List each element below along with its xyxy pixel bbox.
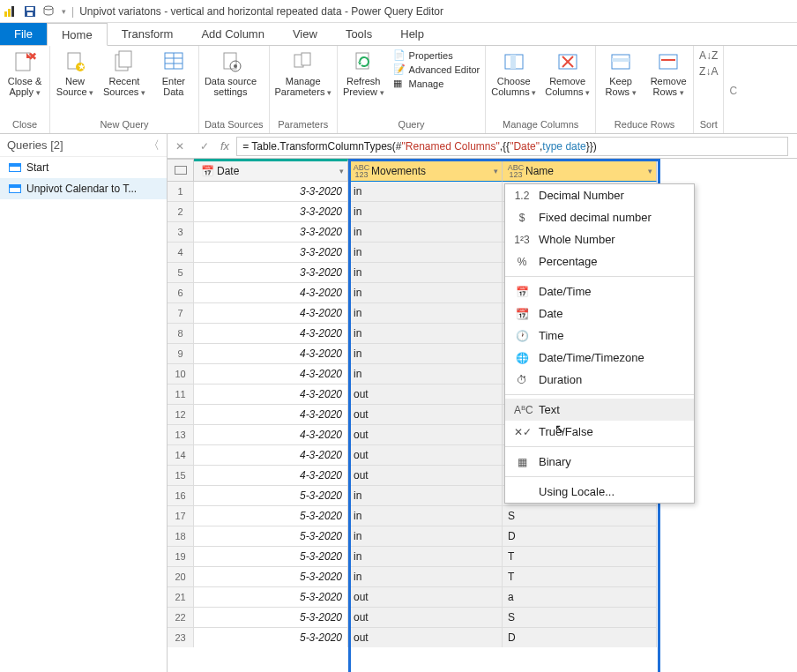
cell-date[interactable]: 5-3-2020 <box>194 587 348 608</box>
cell-movements[interactable]: in <box>348 222 503 243</box>
cell-date[interactable]: 4-3-2020 <box>194 364 348 385</box>
table-row[interactable]: 175-3-2020inS <box>168 506 797 526</box>
row-number[interactable]: 2 <box>168 202 194 222</box>
row-number[interactable]: 1 <box>168 182 194 202</box>
column-header-name[interactable]: ABC 123 Name ▾ <box>503 159 657 182</box>
cell-movements[interactable]: in <box>348 182 503 202</box>
table-row[interactable]: 94-3-2020in <box>168 344 797 364</box>
cell-movements[interactable]: in <box>348 303 503 324</box>
abc123-type-icon[interactable]: ABC 123 <box>506 164 525 178</box>
cell-date[interactable]: 4-3-2020 <box>194 283 348 303</box>
query-icon[interactable] <box>42 4 56 19</box>
cell-movements[interactable]: out <box>348 587 503 608</box>
type-menu-item[interactable]: 📅Date/Time <box>505 280 694 302</box>
table-row[interactable]: 43-3-2020in <box>168 243 797 263</box>
cell-date[interactable]: 5-3-2020 <box>194 628 348 647</box>
row-number[interactable]: 10 <box>168 364 194 385</box>
choose-columns-button[interactable]: Choose Columns <box>491 49 536 119</box>
cell-movements[interactable]: out <box>348 425 503 445</box>
save-icon[interactable] <box>23 4 37 19</box>
cell-date[interactable]: 4-3-2020 <box>194 385 348 405</box>
row-number[interactable]: 23 <box>168 628 194 647</box>
row-number[interactable]: 9 <box>168 344 194 364</box>
row-number[interactable]: 20 <box>168 567 194 587</box>
tab-help[interactable]: Help <box>386 23 438 45</box>
cell-movements[interactable]: in <box>348 547 503 567</box>
type-menu-item[interactable]: 📆Date <box>505 302 694 325</box>
cell-movements[interactable]: in <box>348 486 503 506</box>
type-menu-item[interactable]: Using Locale... <box>505 481 694 503</box>
row-number[interactable]: 13 <box>168 425 194 445</box>
table-row[interactable]: 53-3-2020in <box>168 263 797 283</box>
tab-view[interactable]: View <box>279 23 331 45</box>
query-item[interactable]: Unpivot Calendar to T... <box>0 178 167 199</box>
table-row[interactable]: 64-3-2020in <box>168 283 797 303</box>
cell-name[interactable]: D <box>503 526 657 547</box>
cell-date[interactable]: 4-3-2020 <box>194 405 348 425</box>
caret-down-icon[interactable]: ▾ <box>62 7 66 16</box>
row-number[interactable]: 18 <box>168 526 194 547</box>
manage-button[interactable]: ▦Manage <box>393 78 480 90</box>
row-number[interactable]: 3 <box>168 222 194 243</box>
cell-date[interactable]: 3-3-2020 <box>194 222 348 243</box>
column-header-movements[interactable]: ABC 123 Movements ▾ <box>348 159 503 182</box>
cell-date[interactable]: 3-3-2020 <box>194 182 348 202</box>
row-number[interactable]: 7 <box>168 303 194 324</box>
row-number[interactable]: 12 <box>168 405 194 425</box>
table-row[interactable]: 84-3-2020in <box>168 324 797 344</box>
cell-movements[interactable]: in <box>348 364 503 385</box>
cell-movements[interactable]: out <box>348 608 503 628</box>
cell-date[interactable]: 5-3-2020 <box>194 547 348 567</box>
row-number[interactable]: 8 <box>168 324 194 344</box>
cancel-formula-icon[interactable]: ✕ <box>171 138 189 155</box>
row-number[interactable]: 15 <box>168 466 194 486</box>
data-source-settings-button[interactable]: Data source settings <box>205 49 257 119</box>
cell-movements[interactable]: in <box>348 344 503 364</box>
collapse-queries-icon[interactable]: 〈 <box>148 138 160 153</box>
cell-movements[interactable]: out <box>348 466 503 486</box>
sort-asc-button[interactable]: A↓Z <box>699 49 718 62</box>
table-row[interactable]: 23-3-2020in <box>168 202 797 222</box>
type-menu-item[interactable]: ▦Binary <box>505 451 694 473</box>
type-menu-item[interactable]: ⏱Duration <box>505 369 694 391</box>
filter-dropdown-icon[interactable]: ▾ <box>339 167 344 175</box>
cell-date[interactable]: 3-3-2020 <box>194 243 348 263</box>
sort-desc-button[interactable]: Z↓A <box>699 65 718 78</box>
formula-input[interactable]: = Table.TransformColumnTypes(#"Renamed C… <box>236 137 788 156</box>
type-menu-item[interactable]: 1²3Whole Number <box>505 228 694 250</box>
tab-tools[interactable]: Tools <box>331 23 386 45</box>
cell-date[interactable]: 5-3-2020 <box>194 567 348 587</box>
table-row[interactable]: 124-3-2020out <box>168 405 797 425</box>
tab-file[interactable]: File <box>0 23 47 45</box>
abc123-type-icon[interactable]: ABC 123 <box>352 164 371 178</box>
table-row[interactable]: 154-3-2020out <box>168 466 797 486</box>
cell-date[interactable]: 4-3-2020 <box>194 344 348 364</box>
table-row[interactable]: 195-3-2020inT <box>168 547 797 567</box>
cell-movements[interactable]: out <box>348 445 503 466</box>
row-number[interactable]: 11 <box>168 385 194 405</box>
query-item[interactable]: Start <box>0 157 167 178</box>
cell-name[interactable]: T <box>503 567 657 587</box>
accept-formula-icon[interactable]: ✓ <box>196 138 213 155</box>
cell-date[interactable]: 3-3-2020 <box>194 202 348 222</box>
type-menu-item[interactable]: AᴮCText <box>505 399 694 421</box>
cell-movements[interactable]: in <box>348 567 503 587</box>
remove-columns-button[interactable]: Remove Columns <box>545 49 590 119</box>
advanced-editor-button[interactable]: 📝Advanced Editor <box>393 63 480 76</box>
cell-movements[interactable]: in <box>348 283 503 303</box>
cell-date[interactable]: 5-3-2020 <box>194 608 348 628</box>
row-number[interactable]: 19 <box>168 547 194 567</box>
table-row[interactable]: 225-3-2020outS <box>168 608 797 628</box>
table-row[interactable]: 104-3-2020in <box>168 364 797 385</box>
row-number[interactable]: 6 <box>168 283 194 303</box>
cell-name[interactable]: D <box>503 628 657 647</box>
row-number[interactable]: 4 <box>168 243 194 263</box>
table-row[interactable]: 144-3-2020out <box>168 445 797 466</box>
cell-movements[interactable]: in <box>348 506 503 526</box>
cell-date[interactable]: 4-3-2020 <box>194 445 348 466</box>
cell-movements[interactable]: in <box>348 243 503 263</box>
properties-button[interactable]: 📄Properties <box>393 49 480 62</box>
type-menu-item[interactable]: 🌐Date/Time/Timezone <box>505 347 694 369</box>
type-menu-item[interactable]: 1.2Decimal Number <box>505 184 694 206</box>
date-type-icon[interactable] <box>197 168 217 175</box>
